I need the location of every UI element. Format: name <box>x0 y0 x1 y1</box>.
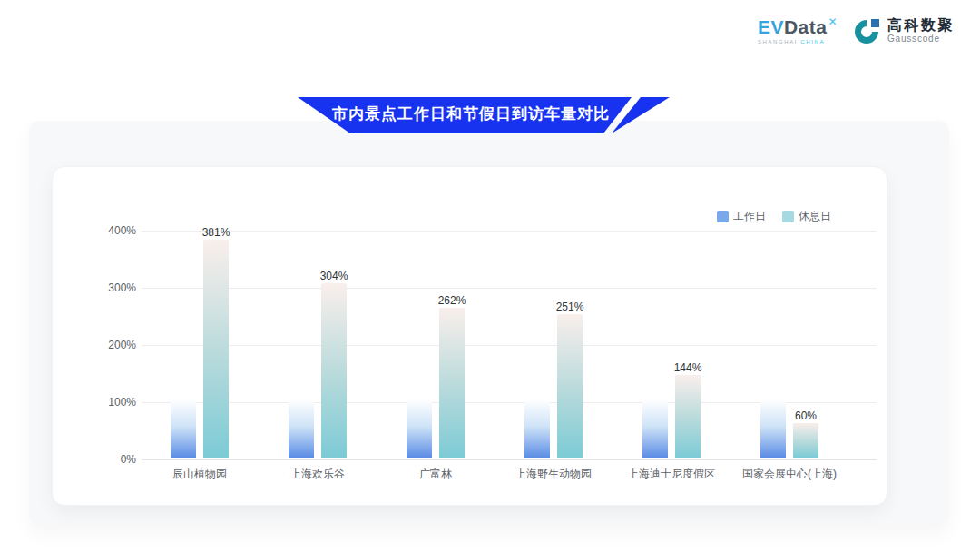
legend-item-工作日[interactable]: 工作日 <box>717 209 766 224</box>
bar-休息日[interactable] <box>675 375 701 458</box>
y-axis-tick-label: 100% <box>89 396 136 409</box>
gausscode-logo: 高科数聚 Gausscode <box>854 17 955 44</box>
evdata-subtext: SHANGHAI CHINA <box>758 39 838 44</box>
x-axis-line <box>142 459 877 460</box>
evdata-data-text: Data <box>784 16 828 37</box>
legend-label: 休息日 <box>799 209 831 224</box>
x-axis-category-label: 上海欢乐谷 <box>250 467 386 482</box>
bar-工作日[interactable] <box>407 400 432 458</box>
bar-休息日[interactable] <box>321 283 347 458</box>
y-axis-tick-label: 400% <box>89 224 136 237</box>
bar-value-label: 144% <box>659 361 717 374</box>
page-title: 市内景点工作日和节假日到访车量对比 <box>298 104 644 124</box>
bar-工作日[interactable] <box>642 400 668 458</box>
x-axis-category-label: 辰山植物园 <box>132 467 268 482</box>
bar-工作日[interactable] <box>289 400 314 458</box>
gridline <box>142 345 877 346</box>
header-logos: EVData✕ SHANGHAI CHINA 高科数聚 Gausscode <box>758 16 955 44</box>
evdata-logo: EVData✕ SHANGHAI CHINA <box>758 16 838 44</box>
gausscode-cn-name: 高科数聚 <box>887 17 955 34</box>
bar-休息日[interactable] <box>439 308 465 458</box>
x-axis-category-label: 上海野生动物园 <box>485 467 622 482</box>
legend-swatch <box>717 211 729 222</box>
evdata-ev-text: EV <box>758 16 784 37</box>
x-axis-category-label: 上海迪士尼度假区 <box>603 467 740 482</box>
bar-value-label: 381% <box>187 226 245 239</box>
legend-item-休息日[interactable]: 休息日 <box>782 209 831 224</box>
chart-card: 0%100%200%300%400%辰山植物园381%上海欢乐谷304%广富林2… <box>52 166 887 506</box>
x-axis-category-label: 广富林 <box>368 467 504 482</box>
bar-value-label: 60% <box>777 409 835 422</box>
gausscode-icon <box>854 17 881 44</box>
bar-工作日[interactable] <box>171 400 196 458</box>
dashboard-page: EVData✕ SHANGHAI CHINA 高科数聚 Gausscode 市内… <box>0 0 980 552</box>
evdata-x-icon: ✕ <box>828 15 838 28</box>
chart-legend: 工作日休息日 <box>717 209 831 224</box>
bar-休息日[interactable] <box>557 314 583 458</box>
legend-label: 工作日 <box>733 209 766 224</box>
gridline <box>142 231 877 232</box>
bar-休息日[interactable] <box>793 423 818 458</box>
y-axis-tick-label: 300% <box>89 281 136 294</box>
legend-swatch <box>782 211 794 222</box>
x-axis-category-label: 国家会展中心(上海) <box>721 467 858 482</box>
bar-工作日[interactable] <box>524 400 550 458</box>
y-axis-tick-label: 200% <box>89 339 136 351</box>
evdata-wordmark: EVData✕ <box>758 16 838 36</box>
gausscode-en-name: Gausscode <box>887 34 955 44</box>
bar-休息日[interactable] <box>203 240 229 458</box>
bar-value-label: 304% <box>305 270 363 282</box>
bar-value-label: 262% <box>423 294 481 307</box>
title-banner: 市内景点工作日和节假日到访车量对比 <box>298 94 670 134</box>
bar-value-label: 251% <box>541 301 599 313</box>
y-axis-tick-label: 0% <box>89 453 136 466</box>
gridline <box>142 288 877 289</box>
